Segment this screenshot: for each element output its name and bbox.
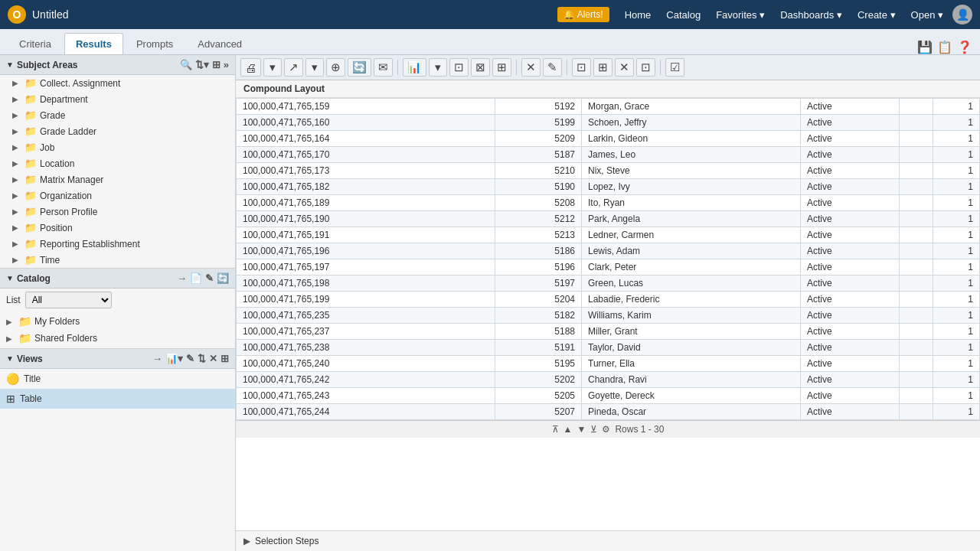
catalog-icons: → 📄 ✎ 🔄 (177, 272, 229, 284)
tree-item-time[interactable]: ▶ 📁 Time (0, 252, 235, 268)
tree-item-reporting-establishment[interactable]: ▶ 📁 Reporting Establishment (0, 236, 235, 252)
more-icon[interactable]: » (224, 59, 229, 70)
tab-advanced[interactable]: Advanced (186, 33, 253, 54)
catalog-list-select[interactable]: All My Folders Shared Folders (25, 292, 112, 308)
export-dropdown[interactable]: ▾ (305, 58, 324, 77)
user-avatar[interactable]: 👤 (952, 5, 972, 24)
reset-button[interactable]: ✕ (521, 58, 541, 77)
table-cell: 5205 (495, 388, 581, 404)
table-row: 100,000,471,765,1645209Larkin, GideonAct… (237, 131, 980, 147)
column-selector-button[interactable]: ⊞ (492, 58, 511, 77)
table-row: 100,000,471,765,1915213Ledner, CarmenAct… (237, 227, 980, 243)
filter-button[interactable]: ⊡ (449, 58, 469, 77)
table-row: 100,000,471,765,2425202Chandra, RaviActi… (237, 372, 980, 388)
nav-favorites[interactable]: Favorites ▾ (710, 6, 771, 24)
chart-button[interactable]: 📊 (403, 58, 426, 77)
catalog-item-shared-folders[interactable]: ▶ 📁 Shared Folders (0, 330, 235, 347)
view-props-button[interactable]: ⊡ (636, 58, 655, 77)
tab-results[interactable]: Results (64, 33, 123, 54)
pagination-prev[interactable]: ▲ (564, 424, 573, 435)
print-button[interactable]: 🖨 (240, 58, 261, 77)
table-view-icon: ⊞ (6, 393, 15, 405)
done-editing-button[interactable]: ☑ (665, 58, 684, 77)
table-cell: Ito, Ryan (582, 195, 801, 211)
tree-item-grade[interactable]: ▶ 📁 Grade (0, 107, 235, 123)
views-reorder-icon[interactable]: ⇅ (198, 353, 206, 364)
expand-icon[interactable]: ⊞ (212, 59, 220, 70)
table-row: 100,000,471,765,2405195Turner, EllaActiv… (237, 356, 980, 372)
help-icon[interactable]: ❓ (957, 40, 972, 54)
views-more-icon[interactable]: ⊞ (220, 353, 229, 364)
search-icon[interactable]: 🔍 (180, 59, 192, 70)
table-cell: Active (800, 372, 899, 388)
collapse-catalog-icon[interactable]: ▼ (6, 274, 14, 282)
tree-item-department[interactable]: ▶ 📁 Department (0, 91, 235, 107)
refresh-button[interactable]: 🔄 (348, 58, 371, 77)
nav-home[interactable]: Home (619, 6, 658, 24)
views-edit-icon[interactable]: ✎ (186, 353, 194, 364)
chart-dropdown[interactable]: ▾ (429, 58, 447, 77)
table-cell: 5195 (495, 356, 581, 372)
save-icon[interactable]: 💾 (917, 40, 933, 54)
view-item-title[interactable]: 🟡 Title (0, 369, 235, 389)
table-cell: Morgan, Grace (582, 99, 801, 115)
tree-item-organization[interactable]: ▶ 📁 Organization (0, 187, 235, 204)
table-row: 100,000,471,765,2385191Taylor, DavidActi… (237, 340, 980, 356)
catalog-navigate-icon[interactable]: → (177, 272, 187, 284)
print-dropdown[interactable]: ▾ (263, 58, 282, 77)
tree-item-person-profile[interactable]: ▶ 📁 Person Profile (0, 204, 235, 220)
move-down-button[interactable]: ⊞ (593, 58, 612, 77)
pagination-first[interactable]: ⊼ (552, 424, 559, 435)
logo-area: O Untitled (8, 5, 557, 24)
edit-button[interactable]: ✎ (543, 58, 562, 77)
tree-item-job[interactable]: ▶ 📁 Job (0, 139, 235, 155)
add-to-briefing-button[interactable]: ⊕ (326, 58, 345, 77)
table-cell: 5204 (495, 292, 581, 308)
table-cell: Ledner, Carmen (582, 227, 801, 243)
remove-view-button[interactable]: ✕ (615, 58, 634, 77)
catalog-new-icon[interactable]: 📄 (190, 272, 202, 284)
table-cell: Active (800, 243, 899, 259)
prompts-button[interactable]: ⊠ (471, 58, 490, 77)
selection-steps[interactable]: ▶ Selection Steps (236, 530, 980, 551)
table-cell: 5182 (495, 308, 581, 324)
nav-open[interactable]: Open ▾ (905, 6, 949, 24)
table-cell: 100,000,471,765,159 (237, 99, 495, 115)
collapse-subject-areas-icon[interactable]: ▼ (6, 60, 14, 69)
collapse-views-icon[interactable]: ▼ (6, 354, 14, 363)
export-button[interactable]: ↗ (284, 58, 303, 77)
save-as-icon[interactable]: 📋 (937, 40, 952, 54)
table-cell: Lopez, Ivy (582, 179, 801, 195)
table-cell: Active (800, 211, 899, 227)
alerts-button[interactable]: 🔔 Alerts! (557, 7, 609, 22)
tab-prompts[interactable]: Prompts (125, 33, 185, 54)
move-up-button[interactable]: ⊡ (572, 58, 591, 77)
table-cell: 1 (933, 99, 979, 115)
main-layout: ▼ Subject Areas 🔍 ⇅▾ ⊞ » ▶ 📁 Collect. As… (0, 55, 980, 551)
table-cell: 5197 (495, 276, 581, 292)
nav-dashboards[interactable]: Dashboards ▾ (774, 6, 848, 24)
views-delete-icon[interactable]: ✕ (209, 353, 217, 364)
tree-item-collect-assignment[interactable]: ▶ 📁 Collect. Assignment (0, 75, 235, 91)
sort-icon[interactable]: ⇅▾ (195, 59, 209, 70)
tab-criteria[interactable]: Criteria (8, 33, 63, 54)
views-add-icon[interactable]: → (152, 353, 162, 364)
table-container[interactable]: 100,000,471,765,1595192Morgan, GraceActi… (236, 98, 980, 530)
email-button[interactable]: ✉ (374, 58, 393, 77)
catalog-refresh-icon[interactable]: 🔄 (217, 272, 229, 284)
catalog-item-my-folders[interactable]: ▶ 📁 My Folders (0, 313, 235, 330)
tree-item-grade-ladder[interactable]: ▶ 📁 Grade Ladder (0, 123, 235, 139)
nav-catalog[interactable]: Catalog (660, 6, 707, 24)
view-item-table[interactable]: ⊞ Table (0, 389, 235, 409)
pagination-next[interactable]: ▼ (577, 424, 586, 435)
catalog-edit-icon[interactable]: ✎ (205, 272, 214, 284)
pagination-last[interactable]: ⊻ (590, 424, 597, 435)
table-cell: James, Leo (582, 147, 801, 163)
tree-item-location[interactable]: ▶ 📁 Location (0, 155, 235, 171)
table-cell: 100,000,471,765,196 (237, 243, 495, 259)
table-row: 100,000,471,765,2355182Williams, KarimAc… (237, 308, 980, 324)
views-chart-icon[interactable]: 📊▾ (165, 353, 183, 364)
tree-item-matrix-manager[interactable]: ▶ 📁 Matrix Manager (0, 171, 235, 187)
tree-item-position[interactable]: ▶ 📁 Position (0, 220, 235, 236)
nav-create[interactable]: Create ▾ (851, 6, 902, 24)
